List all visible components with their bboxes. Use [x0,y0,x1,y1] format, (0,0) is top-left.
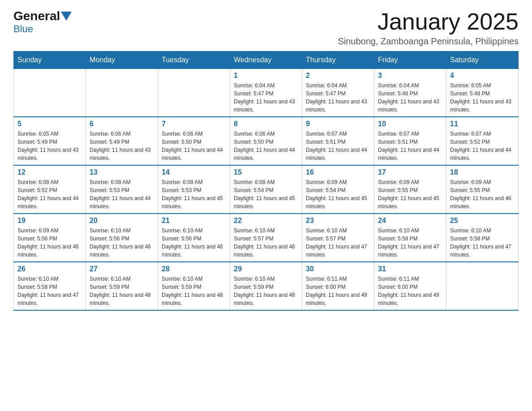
week-row-0: 1Sunrise: 6:04 AMSunset: 5:47 PMDaylight… [14,69,519,117]
day-number: 8 [234,120,298,128]
day-number: 11 [450,120,515,128]
day-number: 18 [450,168,515,176]
calendar-cell: 23Sunrise: 6:10 AMSunset: 5:57 PMDayligh… [302,214,374,262]
calendar-cell: 27Sunrise: 6:10 AMSunset: 5:59 PMDayligh… [86,262,158,310]
day-info: Sunrise: 6:07 AMSunset: 5:51 PMDaylight:… [306,130,370,162]
calendar-cell: 16Sunrise: 6:09 AMSunset: 5:54 PMDayligh… [302,165,374,214]
subtitle: Sinubong, Zamboanga Peninsula, Philippin… [338,36,519,47]
day-info: Sunrise: 6:04 AMSunset: 5:48 PMDaylight:… [378,81,442,114]
calendar-cell: 17Sunrise: 6:09 AMSunset: 5:55 PMDayligh… [374,165,446,214]
day-info: Sunrise: 6:10 AMSunset: 5:58 PMDaylight:… [17,275,82,307]
logo-general-text: General [13,9,60,23]
day-info: Sunrise: 6:11 AMSunset: 6:00 PMDaylight:… [378,275,442,307]
logo-blue-text: Blue [13,23,33,34]
day-number: 24 [378,217,442,225]
calendar-cell: 20Sunrise: 6:10 AMSunset: 5:56 PMDayligh… [86,214,158,262]
calendar-cell: 26Sunrise: 6:10 AMSunset: 5:58 PMDayligh… [14,262,86,310]
header-wednesday: Wednesday [230,51,302,69]
day-number: 26 [17,265,82,273]
week-row-4: 26Sunrise: 6:10 AMSunset: 5:58 PMDayligh… [14,262,519,310]
calendar-cell: 29Sunrise: 6:10 AMSunset: 5:59 PMDayligh… [230,262,302,310]
day-number: 3 [378,72,442,80]
calendar-cell: 18Sunrise: 6:09 AMSunset: 5:55 PMDayligh… [446,165,519,214]
day-number: 4 [450,72,515,80]
main-title: January 2025 [338,9,519,34]
header-sunday: Sunday [14,51,86,69]
day-info: Sunrise: 6:04 AMSunset: 5:47 PMDaylight:… [306,81,370,114]
calendar-cell: 22Sunrise: 6:10 AMSunset: 5:57 PMDayligh… [230,214,302,262]
day-number: 17 [378,168,442,176]
day-number: 25 [450,217,515,225]
title-area: January 2025 Sinubong, Zamboanga Peninsu… [338,9,519,47]
day-number: 29 [234,265,298,273]
week-row-1: 5Sunrise: 6:05 AMSunset: 5:49 PMDaylight… [14,117,519,165]
day-info: Sunrise: 6:08 AMSunset: 5:54 PMDaylight:… [234,178,298,210]
day-info: Sunrise: 6:06 AMSunset: 5:50 PMDaylight:… [234,130,298,162]
calendar-header-row: SundayMondayTuesdayWednesdayThursdayFrid… [14,51,519,69]
day-info: Sunrise: 6:06 AMSunset: 5:49 PMDaylight:… [90,130,154,162]
header-saturday: Saturday [446,51,519,69]
header: General Blue January 2025 Sinubong, Zamb… [13,9,519,47]
day-info: Sunrise: 6:10 AMSunset: 5:56 PMDaylight:… [90,227,154,259]
day-number: 27 [90,265,154,273]
week-row-2: 12Sunrise: 6:08 AMSunset: 5:52 PMDayligh… [14,165,519,214]
calendar-cell: 1Sunrise: 6:04 AMSunset: 5:47 PMDaylight… [230,69,302,117]
day-number: 2 [306,72,370,80]
day-info: Sunrise: 6:10 AMSunset: 5:58 PMDaylight:… [378,227,442,259]
day-number: 12 [17,168,82,176]
calendar-cell: 7Sunrise: 6:06 AMSunset: 5:50 PMDaylight… [158,117,230,165]
calendar-cell [158,69,230,117]
day-info: Sunrise: 6:04 AMSunset: 5:47 PMDaylight:… [234,81,298,114]
day-info: Sunrise: 6:10 AMSunset: 5:58 PMDaylight:… [450,227,515,259]
day-info: Sunrise: 6:10 AMSunset: 5:59 PMDaylight:… [162,275,226,307]
day-number: 13 [90,168,154,176]
day-number: 10 [378,120,442,128]
day-info: Sunrise: 6:08 AMSunset: 5:52 PMDaylight:… [17,178,82,210]
calendar-cell: 31Sunrise: 6:11 AMSunset: 6:00 PMDayligh… [374,262,446,310]
calendar-cell: 4Sunrise: 6:05 AMSunset: 5:48 PMDaylight… [446,69,519,117]
day-info: Sunrise: 6:10 AMSunset: 5:57 PMDaylight:… [306,227,370,259]
header-tuesday: Tuesday [158,51,230,69]
day-number: 23 [306,217,370,225]
calendar-cell: 10Sunrise: 6:07 AMSunset: 5:51 PMDayligh… [374,117,446,165]
day-info: Sunrise: 6:08 AMSunset: 5:53 PMDaylight:… [90,178,154,210]
calendar-cell: 2Sunrise: 6:04 AMSunset: 5:47 PMDaylight… [302,69,374,117]
day-number: 14 [162,168,226,176]
day-info: Sunrise: 6:09 AMSunset: 5:54 PMDaylight:… [306,178,370,210]
calendar-cell: 6Sunrise: 6:06 AMSunset: 5:49 PMDaylight… [86,117,158,165]
logo-triangle-icon [61,12,72,21]
calendar-cell: 15Sunrise: 6:08 AMSunset: 5:54 PMDayligh… [230,165,302,214]
day-info: Sunrise: 6:05 AMSunset: 5:48 PMDaylight:… [450,81,515,114]
calendar-cell: 8Sunrise: 6:06 AMSunset: 5:50 PMDaylight… [230,117,302,165]
day-number: 16 [306,168,370,176]
calendar-cell: 19Sunrise: 6:09 AMSunset: 5:56 PMDayligh… [14,214,86,262]
day-number: 19 [17,217,82,225]
day-info: Sunrise: 6:10 AMSunset: 5:56 PMDaylight:… [162,227,226,259]
day-number: 31 [378,265,442,273]
day-number: 20 [90,217,154,225]
day-number: 7 [162,120,226,128]
day-number: 6 [90,120,154,128]
day-info: Sunrise: 6:10 AMSunset: 5:59 PMDaylight:… [234,275,298,307]
day-info: Sunrise: 6:10 AMSunset: 5:57 PMDaylight:… [234,227,298,259]
calendar-cell: 12Sunrise: 6:08 AMSunset: 5:52 PMDayligh… [14,165,86,214]
calendar-cell: 21Sunrise: 6:10 AMSunset: 5:56 PMDayligh… [158,214,230,262]
calendar-cell: 5Sunrise: 6:05 AMSunset: 5:49 PMDaylight… [14,117,86,165]
day-number: 1 [234,72,298,80]
calendar-cell: 9Sunrise: 6:07 AMSunset: 5:51 PMDaylight… [302,117,374,165]
calendar-cell: 24Sunrise: 6:10 AMSunset: 5:58 PMDayligh… [374,214,446,262]
day-number: 30 [306,265,370,273]
calendar-cell [14,69,86,117]
calendar-table: SundayMondayTuesdayWednesdayThursdayFrid… [13,51,519,311]
week-row-3: 19Sunrise: 6:09 AMSunset: 5:56 PMDayligh… [14,214,519,262]
header-friday: Friday [374,51,446,69]
calendar-cell: 25Sunrise: 6:10 AMSunset: 5:58 PMDayligh… [446,214,519,262]
day-info: Sunrise: 6:11 AMSunset: 6:00 PMDaylight:… [306,275,370,307]
day-number: 28 [162,265,226,273]
day-number: 21 [162,217,226,225]
day-number: 15 [234,168,298,176]
day-info: Sunrise: 6:05 AMSunset: 5:49 PMDaylight:… [17,130,82,162]
calendar-cell: 11Sunrise: 6:07 AMSunset: 5:52 PMDayligh… [446,117,519,165]
day-info: Sunrise: 6:09 AMSunset: 5:55 PMDaylight:… [378,178,442,210]
day-info: Sunrise: 6:09 AMSunset: 5:56 PMDaylight:… [17,227,82,259]
